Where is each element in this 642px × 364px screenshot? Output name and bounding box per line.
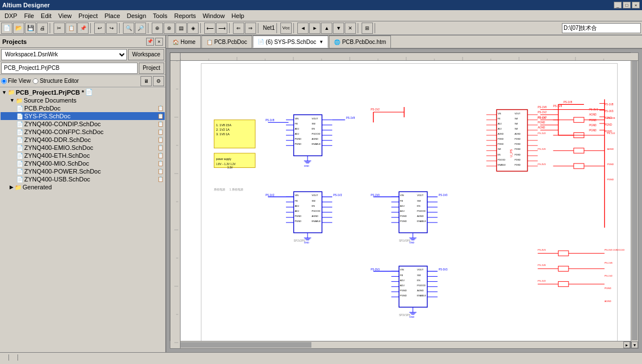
menu-place[interactable]: Place bbox=[101, 11, 124, 20]
svg-text:FB: FB bbox=[400, 199, 403, 202]
menu-design[interactable]: Design bbox=[124, 11, 149, 20]
svg-text:PS-1V8: PS-1V8 bbox=[346, 117, 355, 119]
status-item-2 bbox=[11, 354, 18, 361]
schematic-content[interactable]: 1. 1V8 15A 2. 1V2 1A 3. 1V0 1A power sup… bbox=[181, 61, 638, 348]
menu-window[interactable]: Window bbox=[199, 11, 228, 20]
structure-editor-label[interactable]: Structure Editor bbox=[33, 78, 78, 84]
scrollbar-vertical[interactable]: ▲ ▼ bbox=[631, 52, 639, 349]
tb-btn-11[interactable]: ⇐ bbox=[233, 23, 244, 34]
tab-home[interactable]: 🏠 Home bbox=[168, 35, 201, 48]
svg-text:PS-3V3: PS-3V3 bbox=[538, 163, 546, 166]
tb-btn-6[interactable]: ⊗ bbox=[164, 23, 175, 34]
tab-sysps-dropdown[interactable]: ▼ bbox=[319, 39, 324, 45]
tb-zoom-out[interactable]: 🔎 bbox=[135, 23, 146, 34]
tree-item-source-docs[interactable]: ▼ 📁 Source Documents bbox=[1, 96, 165, 104]
tb-btn-7[interactable]: ▤ bbox=[175, 23, 187, 34]
path-input[interactable] bbox=[562, 23, 641, 33]
menu-help[interactable]: Help bbox=[228, 11, 248, 20]
tab-htm[interactable]: 🌐 PCB.PcbDoc.htm bbox=[329, 35, 391, 48]
tb-print[interactable]: 🖨 bbox=[37, 23, 48, 34]
tb-open[interactable]: 📂 bbox=[13, 23, 24, 34]
svg-text:SW: SW bbox=[417, 199, 421, 202]
menu-edit[interactable]: Edit bbox=[37, 11, 55, 20]
tb-copy[interactable]: 📋 bbox=[65, 23, 77, 34]
svg-text:PGND: PGND bbox=[538, 121, 546, 124]
tree-item-generated[interactable]: ▶ 📁 Generated bbox=[1, 183, 165, 191]
app-title: Altium Designer bbox=[2, 2, 50, 8]
tree-item-usb[interactable]: 📄 ZYNQ400-USB.SchDoc 📋 bbox=[1, 175, 165, 183]
minimize-btn[interactable]: _ bbox=[614, 2, 622, 8]
tb-btn-9[interactable]: ⟵ bbox=[204, 23, 216, 34]
menu-project[interactable]: Project bbox=[75, 11, 101, 20]
tb-btn-17[interactable]: ✕ bbox=[345, 23, 356, 34]
svg-text:VIN: VIN bbox=[294, 194, 298, 197]
tb-undo[interactable]: ↩ bbox=[94, 23, 105, 34]
tb-btn-8[interactable]: ◈ bbox=[187, 23, 199, 34]
tb-btn-15[interactable]: ▲ bbox=[321, 23, 332, 34]
view-icon-btn-1[interactable]: 🖥 bbox=[140, 76, 152, 86]
tree-label-project: PCB_Project1.PrjPCB * bbox=[16, 89, 84, 96]
tb-btn-16[interactable]: ▼ bbox=[333, 23, 344, 34]
menu-view[interactable]: View bbox=[55, 11, 75, 20]
tb-paste[interactable]: 📌 bbox=[77, 23, 89, 34]
tb-btn-10[interactable]: ⟶ bbox=[216, 23, 227, 34]
tb-btn-12[interactable]: ⇒ bbox=[245, 23, 256, 34]
window-controls[interactable]: _ □ × bbox=[614, 2, 640, 8]
tb-save[interactable]: 💾 bbox=[25, 23, 36, 34]
tb-btn-5[interactable]: ⊕ bbox=[152, 23, 163, 34]
tb-btn-14[interactable]: ► bbox=[309, 23, 320, 34]
tree-item-mio[interactable]: 📄 ZYNQ400-MIO.SchDoc 📋 bbox=[1, 159, 165, 167]
tb-btn-vcc[interactable]: Vcc bbox=[280, 23, 292, 34]
svg-text:power supply: power supply bbox=[216, 158, 232, 161]
tree-item-eth[interactable]: 📄 ZYNQ400-ETH.SchDoc 📋 bbox=[1, 152, 165, 159]
tree-item-pcbdoc[interactable]: 📄 PCB.PcbDoc 📋 bbox=[1, 104, 165, 112]
tb-redo[interactable]: ↪ bbox=[106, 23, 117, 34]
file-view-radio[interactable] bbox=[1, 78, 7, 84]
scroll-right-btn[interactable]: ► bbox=[623, 341, 630, 348]
project-button[interactable]: Project bbox=[139, 63, 164, 74]
tree-item-power[interactable]: 📄 ZYNQ400-POWER.SchDoc 📋 bbox=[1, 167, 165, 175]
tree-item-project[interactable]: ▼ 📁 PCB_Project1.PrjPCB * 📄 bbox=[1, 88, 165, 96]
menu-tools[interactable]: Tools bbox=[149, 11, 171, 20]
svg-text:PGND: PGND bbox=[605, 130, 613, 133]
tree-item-ddr[interactable]: 📄 ZYNQ400-DDR.SchDoc 📋 bbox=[1, 136, 165, 144]
tb-btn-13[interactable]: ◄ bbox=[297, 23, 309, 34]
tb-cut[interactable]: ✂ bbox=[54, 23, 65, 34]
tab-htm-label: PCB.PcbDoc.htm bbox=[342, 39, 386, 45]
workspace-button[interactable]: Workspace bbox=[128, 49, 164, 60]
svg-text:SP3V3PS: SP3V3PS bbox=[399, 314, 410, 317]
svg-text:VIN: VIN bbox=[400, 194, 404, 197]
tree-item-confpc[interactable]: 📄 ZYNQ400-CONFPC.SchDoc 📋 bbox=[1, 128, 165, 136]
tree-item-emio[interactable]: 📄 ZYNQ400-EMIO.SchDoc 📋 bbox=[1, 144, 165, 152]
tree-item-condip[interactable]: 📄 ZYNQ400-CONDIP.SchDoc 📋 bbox=[1, 120, 165, 128]
scroll-down-btn[interactable]: ▼ bbox=[631, 341, 638, 348]
maximize-btn[interactable]: □ bbox=[623, 2, 631, 8]
menu-reports[interactable]: Reports bbox=[171, 11, 200, 20]
panel-pin-btn[interactable]: 📌 bbox=[146, 38, 154, 46]
close-btn[interactable]: × bbox=[632, 2, 640, 8]
scroll-thumb[interactable] bbox=[632, 61, 637, 340]
view-icon-btn-2[interactable]: ⚙ bbox=[153, 76, 164, 86]
scroll-thumb-h[interactable] bbox=[178, 342, 311, 348]
tb-new[interactable]: 📄 bbox=[1, 23, 12, 34]
svg-text:PGND: PGND bbox=[498, 143, 504, 145]
svg-rect-287 bbox=[559, 282, 569, 287]
menu-file[interactable]: File bbox=[21, 11, 38, 20]
file-icon-usb: 📄 bbox=[16, 176, 23, 183]
schematic-canvas[interactable]: 1. 1V8 15A 2. 1V2 1A 3. 1V0 1A power sup… bbox=[170, 52, 639, 349]
scrollbar-horizontal[interactable]: ◄ ► bbox=[170, 341, 631, 349]
svg-text:AGND: AGND bbox=[311, 215, 318, 217]
file-view-label[interactable]: File View bbox=[1, 78, 30, 84]
svg-text:AGND: AGND bbox=[607, 148, 614, 150]
tab-sysps[interactable]: 📄 (6) SYS-PS.SchDoc ▼ bbox=[253, 35, 328, 48]
tb-zoom-in[interactable]: 🔍 bbox=[123, 23, 134, 34]
tab-pcbdoc[interactable]: 📋 PCB.PcbDoc bbox=[201, 35, 252, 48]
svg-text:VOUT: VOUT bbox=[311, 194, 318, 197]
project-row: PCB_Project1.PrjPCB Project bbox=[0, 61, 165, 75]
structure-editor-radio[interactable] bbox=[33, 78, 38, 84]
tb-btn-18[interactable]: ⊞ bbox=[362, 23, 373, 34]
menu-dxp[interactable]: DXP bbox=[1, 11, 21, 20]
tree-item-sys-ps[interactable]: 📄 SYS-PS.SchDoc 📋 bbox=[1, 112, 165, 120]
panel-close-btn[interactable]: × bbox=[155, 38, 163, 46]
workspace-select[interactable]: Workspace1.DsnWrk bbox=[1, 49, 127, 60]
